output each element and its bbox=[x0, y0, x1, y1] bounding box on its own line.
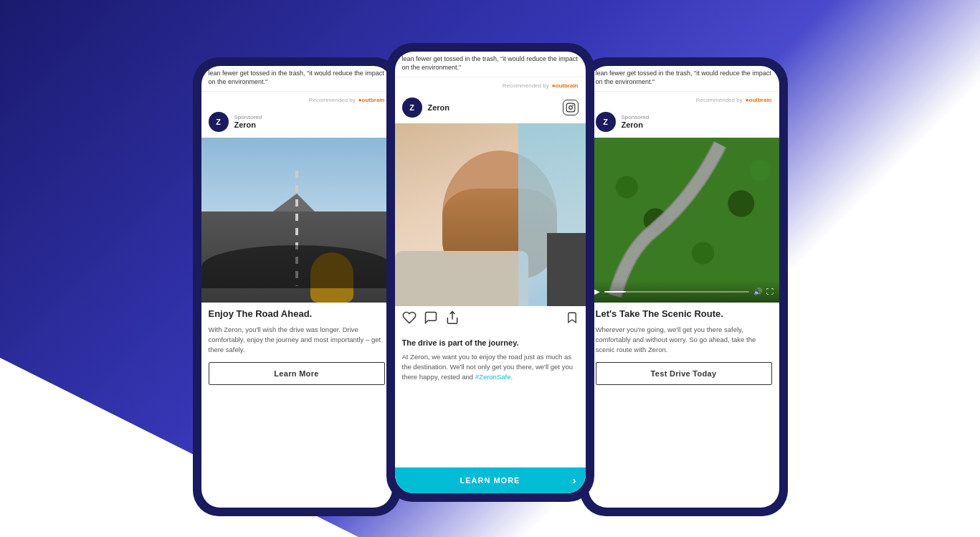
outbrain-bar-center: Recommended by ●outbrain bbox=[395, 77, 586, 92]
phone-center-content: The drive is part of the journey. At Zer… bbox=[395, 332, 586, 467]
outbrain-text-center: Recommended by bbox=[503, 82, 549, 89]
brand-name-right: Zeron bbox=[622, 120, 650, 129]
phone-left-content: Enjoy The Road Ahead. With Zeron, you'll… bbox=[201, 303, 392, 508]
phone-center-inner: lean fewer get tossed in the trash, "it … bbox=[395, 52, 586, 493]
ad-description-left: With Zeron, you'll wish the drive was lo… bbox=[209, 325, 385, 356]
bookmark-icon[interactable] bbox=[566, 311, 579, 327]
instagram-actions bbox=[395, 306, 586, 332]
video-controls: ▶ 🔊 ⛶ bbox=[589, 281, 779, 303]
outbrain-text-left: Recommended by bbox=[309, 97, 356, 103]
outbrain-logo-right: Recommended by ●outbrain bbox=[696, 97, 772, 103]
phone-left: lean fewer get tossed in the trash, "it … bbox=[193, 57, 401, 516]
outbrain-bar-left: Recommended by ●outbrain bbox=[201, 92, 392, 106]
learn-more-button-left[interactable]: Learn More bbox=[209, 362, 385, 385]
sponsored-header-left: Z Sponsored Zeron bbox=[201, 106, 392, 138]
cta-label-center: LEARN MORE bbox=[460, 476, 520, 485]
brand-initial-center: Z bbox=[409, 103, 414, 112]
ad-title-right: Let's Take The Scenic Route. bbox=[596, 308, 772, 320]
brand-logo-center: Z bbox=[402, 98, 422, 118]
article-content-left: lean fewer get tossed in the trash, "it … bbox=[209, 70, 384, 86]
brand-name-center: Zeron bbox=[428, 103, 450, 112]
fullscreen-icon[interactable]: ⛶ bbox=[766, 287, 774, 295]
road-hand bbox=[310, 252, 353, 303]
test-drive-button-right[interactable]: Test Drive Today bbox=[596, 362, 772, 385]
svg-point-2 bbox=[572, 105, 574, 106]
outbrain-text-right: Recommended by bbox=[696, 97, 743, 103]
road-lane bbox=[295, 171, 298, 286]
ad-description-right: Wherever you're going, we'll get you the… bbox=[596, 325, 772, 356]
instagram-header: Z Zeron bbox=[395, 92, 586, 123]
outbrain-logo-center: Recommended by ●outbrain bbox=[503, 82, 579, 89]
outbrain-logo-left: Recommended by ●outbrain bbox=[309, 97, 385, 103]
brand-name-left: Zeron bbox=[234, 120, 262, 129]
woman-image bbox=[395, 123, 586, 306]
sponsored-label-left: Sponsored bbox=[234, 114, 262, 120]
sponsored-header-right: Z Sponsored Zeron bbox=[589, 106, 779, 138]
aerial-road-svg bbox=[589, 138, 779, 303]
article-text-right: lean fewer get tossed in the trash, "it … bbox=[589, 66, 779, 92]
video-progress-bar bbox=[604, 291, 749, 293]
comment-icon[interactable] bbox=[424, 310, 438, 328]
ad-subtitle-center: The drive is part of the journey. bbox=[402, 338, 579, 348]
play-icon[interactable]: ▶ bbox=[594, 287, 600, 295]
learn-more-button-center[interactable]: LEARN MORE › bbox=[395, 467, 586, 493]
brand-logo-left: Z bbox=[209, 112, 229, 132]
phone-right-inner: lean fewer get tossed in the trash, "it … bbox=[589, 66, 779, 508]
instagram-icon bbox=[563, 100, 579, 115]
brand-info-right: Sponsored Zeron bbox=[622, 114, 650, 129]
outbrain-bar-right: Recommended by ●outbrain bbox=[589, 92, 779, 106]
phones-container: lean fewer get tossed in the trash, "it … bbox=[193, 22, 788, 516]
brand-info-left: Sponsored Zeron bbox=[234, 114, 262, 129]
brand-info-center: Zeron bbox=[428, 103, 450, 112]
phone-left-inner: lean fewer get tossed in the trash, "it … bbox=[201, 66, 392, 508]
article-content-right: lean fewer get tossed in the trash, "it … bbox=[596, 70, 771, 86]
outbrain-brand-left: ●outbrain bbox=[358, 97, 385, 103]
svg-rect-0 bbox=[566, 103, 575, 112]
ad-title-left: Enjoy The Road Ahead. bbox=[209, 308, 385, 320]
brand-initial-left: Z bbox=[216, 118, 221, 126]
outbrain-brand-right: ●outbrain bbox=[746, 97, 772, 103]
heart-icon[interactable] bbox=[402, 310, 417, 328]
brand-logo-right: Z bbox=[596, 112, 616, 132]
article-text-center: lean fewer get tossed in the trash, "it … bbox=[395, 52, 586, 77]
woman-sweater bbox=[395, 251, 528, 306]
page-container: lean fewer get tossed in the trash, "it … bbox=[0, 0, 980, 537]
car-door bbox=[547, 233, 585, 306]
ad-description-center: At Zeron, we want you to enjoy the road … bbox=[402, 352, 579, 383]
phone-right: lean fewer get tossed in the trash, "it … bbox=[580, 57, 788, 516]
road-image bbox=[201, 138, 392, 303]
sponsored-label-right: Sponsored bbox=[622, 114, 650, 120]
outbrain-brand-center: ●outbrain bbox=[552, 82, 579, 89]
cta-arrow-center: › bbox=[573, 475, 577, 486]
video-progress-fill bbox=[604, 291, 626, 293]
svg-point-1 bbox=[569, 105, 572, 109]
aerial-image: ▶ 🔊 ⛶ bbox=[589, 138, 779, 303]
phone-right-content: Let's Take The Scenic Route. Wherever yo… bbox=[589, 303, 779, 508]
share-icon[interactable] bbox=[445, 310, 460, 328]
article-text-left: lean fewer get tossed in the trash, "it … bbox=[201, 66, 392, 92]
volume-icon[interactable]: 🔊 bbox=[753, 287, 762, 295]
brand-initial-right: Z bbox=[603, 118, 608, 126]
article-content-center: lean fewer get tossed in the trash, "it … bbox=[402, 55, 578, 72]
instagram-action-icons bbox=[402, 310, 460, 328]
hashtag-center: #ZeronSafe bbox=[475, 373, 511, 381]
phone-center: lean fewer get tossed in the trash, "it … bbox=[386, 43, 594, 502]
